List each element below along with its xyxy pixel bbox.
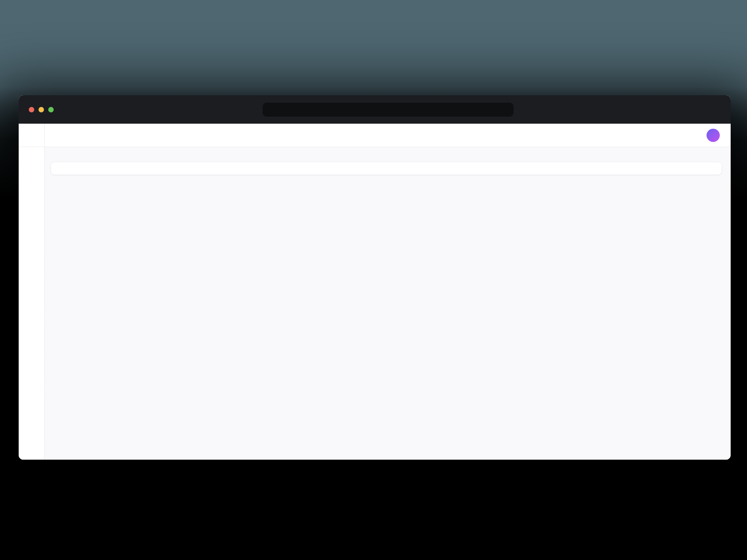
browser-titlebar [19,95,731,124]
search-input[interactable] [66,131,246,139]
app-logo[interactable] [19,124,44,147]
close-button[interactable] [29,107,34,112]
traffic-lights [29,107,54,112]
traffic-chart-card [51,162,722,175]
chart-legend [51,167,722,172]
zoom-button[interactable] [48,107,54,112]
app-header [45,124,731,147]
user-avatar[interactable] [707,129,720,142]
app-sidebar [19,124,45,460]
browser-window [19,95,731,460]
address-bar[interactable] [263,103,514,117]
minimize-button[interactable] [39,107,44,112]
dashboard-content [45,147,731,460]
